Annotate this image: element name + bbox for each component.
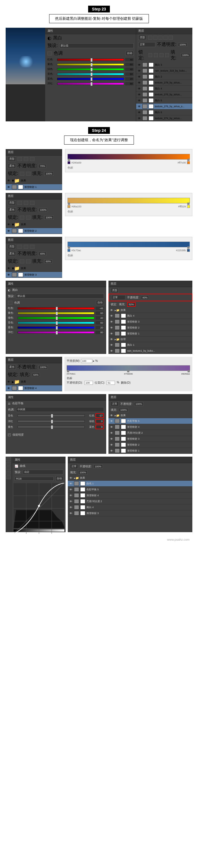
- visibility-icon[interactable]: 👁: [137, 87, 141, 91]
- layer-item[interactable]: 👁渐变映射 3: [6, 272, 62, 278]
- stop-location[interactable]: [107, 381, 115, 385]
- tool-icon[interactable]: [6, 462, 11, 466]
- visibility-icon[interactable]: 👁: [137, 110, 141, 114]
- filter-icon[interactable]: [24, 245, 28, 249]
- layer-item[interactable]: 👁 渐变映射 2: [109, 442, 192, 448]
- auto-button[interactable]: 自动: [126, 51, 133, 56]
- filter-icon[interactable]: [17, 201, 22, 205]
- visibility-icon[interactable]: 👁: [110, 443, 114, 447]
- layer-group[interactable]: 👁▾📁效果: [6, 177, 62, 184]
- layer-item[interactable]: 👁 rain_texture_318_by_koko...: [136, 68, 192, 74]
- blend-mode[interactable]: 正常: [70, 464, 78, 469]
- lock-icon[interactable]: [20, 259, 24, 264]
- blend-mode[interactable]: 柔光: [8, 365, 16, 370]
- color-stop-right[interactable]: #ff7c00: [178, 161, 190, 165]
- layer-item[interactable]: 👁 黑白 4: [136, 86, 192, 92]
- blend-mode[interactable]: 正常: [111, 401, 119, 406]
- visibility-icon[interactable]: 👁: [137, 104, 141, 108]
- layer-group[interactable]: 👁 ▸📁 效果: [6, 378, 62, 385]
- channel-dropdown[interactable]: RGB: [15, 477, 54, 481]
- layer-item[interactable]: 👁 黑白 4: [109, 313, 192, 319]
- color-stop-left[interactable]: #d6a153: [68, 205, 81, 209]
- slider-value[interactable]: 60: [95, 321, 104, 324]
- visibility-icon[interactable]: 👁: [7, 179, 11, 183]
- slider-track[interactable]: [57, 59, 124, 61]
- fill-value[interactable]: 100%: [78, 470, 87, 474]
- layer-group[interactable]: 👁▾📁效果: [6, 221, 62, 228]
- balance-slider[interactable]: [17, 414, 85, 417]
- visibility-icon[interactable]: 👁: [7, 380, 11, 384]
- slider-track[interactable]: [57, 78, 124, 80]
- fill-value[interactable]: 100%: [44, 172, 54, 176]
- stop-opacity[interactable]: [84, 381, 93, 385]
- visibility-icon[interactable]: 👁: [7, 185, 11, 189]
- layer-item[interactable]: 👁 texture_274_by_sirius...: [136, 116, 192, 121]
- color-stop-right[interactable]: #22538b: [176, 248, 190, 252]
- blend-mode[interactable]: 正常: [111, 295, 125, 300]
- layer-item[interactable]: 👁 渐变映射 3: [68, 510, 192, 516]
- filter-icon[interactable]: [168, 36, 173, 40]
- lock-icon[interactable]: [160, 53, 163, 57]
- slider-value[interactable]: 40: [95, 316, 104, 320]
- kind-filter[interactable]: 类型: [111, 288, 119, 293]
- visibility-icon[interactable]: 👁: [110, 308, 114, 312]
- slider-track[interactable]: [17, 312, 94, 314]
- layer-item[interactable]: 👁 色彩平衡 5: [68, 487, 192, 493]
- kind-filter[interactable]: 类型: [8, 200, 16, 205]
- slider-track[interactable]: [17, 317, 94, 319]
- visibility-icon[interactable]: 👁: [7, 273, 11, 277]
- visibility-icon[interactable]: 👁: [7, 386, 11, 390]
- visibility-icon[interactable]: 👁: [110, 320, 114, 324]
- smoothness-input[interactable]: [81, 359, 92, 363]
- slider-value[interactable]: 60: [125, 72, 133, 76]
- balance-value[interactable]: -17: [95, 413, 104, 418]
- layer-item[interactable]: 👁 黑白 1: [109, 342, 192, 348]
- layer-item[interactable]: 👁渐变映射 1: [6, 184, 62, 190]
- layer-item[interactable]: 👁 渐变映射 4: [109, 424, 192, 430]
- color-stop-left[interactable]: #290a59: [68, 161, 81, 165]
- fill-value[interactable]: 60%: [44, 259, 52, 264]
- preset-dropdown[interactable]: 自定: [23, 470, 63, 474]
- visibility-icon[interactable]: 👁: [110, 413, 114, 417]
- layer-item[interactable]: 👁 黑白 6: [136, 110, 192, 116]
- slider-value[interactable]: 40: [125, 68, 133, 71]
- layer-item[interactable]: 👁 亮度/对比度 2: [68, 498, 192, 504]
- layer-item[interactable]: 👁 黑白 3: [136, 62, 192, 68]
- visibility-icon[interactable]: 👁: [7, 267, 11, 271]
- filter-icon[interactable]: [148, 36, 153, 40]
- blend-mode[interactable]: 柔光: [8, 251, 16, 256]
- opacity-value[interactable]: 70%: [38, 164, 46, 168]
- slider-value[interactable]: 80: [95, 331, 104, 334]
- visibility-icon[interactable]: 👁: [110, 326, 114, 330]
- visibility-icon[interactable]: 👁: [69, 499, 73, 503]
- filter-icon[interactable]: [24, 201, 28, 205]
- visibility-icon[interactable]: 👁: [137, 75, 141, 79]
- layer-item[interactable]: 👁 渐变映射 3: [109, 436, 192, 442]
- slider-track[interactable]: [17, 331, 94, 334]
- balance-slider[interactable]: [17, 420, 85, 423]
- fill-value[interactable]: 64%: [32, 373, 40, 377]
- slider-track[interactable]: [17, 327, 94, 329]
- balance-slider[interactable]: [17, 426, 85, 428]
- kind-filter[interactable]: 类型: [138, 35, 146, 40]
- gradient-preview[interactable]: [68, 154, 190, 160]
- tint-icon[interactable]: [8, 301, 12, 305]
- layer-item[interactable]: 👁 黑白 2: [136, 74, 192, 80]
- lock-icon[interactable]: [26, 216, 31, 220]
- lock-icon[interactable]: [149, 53, 153, 57]
- visibility-icon[interactable]: 👁: [110, 314, 114, 318]
- delete-btn[interactable]: 删除(D): [121, 381, 130, 385]
- visibility-icon[interactable]: 👁: [137, 81, 141, 85]
- visibility-icon[interactable]: 👁: [69, 482, 73, 486]
- color-stop-left[interactable]: #3c73ac: [68, 248, 81, 252]
- visibility-icon[interactable]: 👁: [110, 449, 114, 453]
- preset-dropdown[interactable]: 默认值: [59, 43, 133, 48]
- slider-value[interactable]: 20: [125, 77, 133, 81]
- auto-button[interactable]: 自动: [55, 476, 63, 481]
- slider-value[interactable]: 80: [125, 82, 133, 86]
- visibility-icon[interactable]: 👁: [110, 431, 114, 435]
- preset-dropdown[interactable]: 默认值: [16, 294, 104, 299]
- layer-item[interactable]: 👁 渐变映射 4: [68, 493, 192, 498]
- layer-item[interactable]: 👁 渐变映射 3: [109, 319, 192, 325]
- color-stop-right[interactable]: #fff229: [178, 205, 190, 209]
